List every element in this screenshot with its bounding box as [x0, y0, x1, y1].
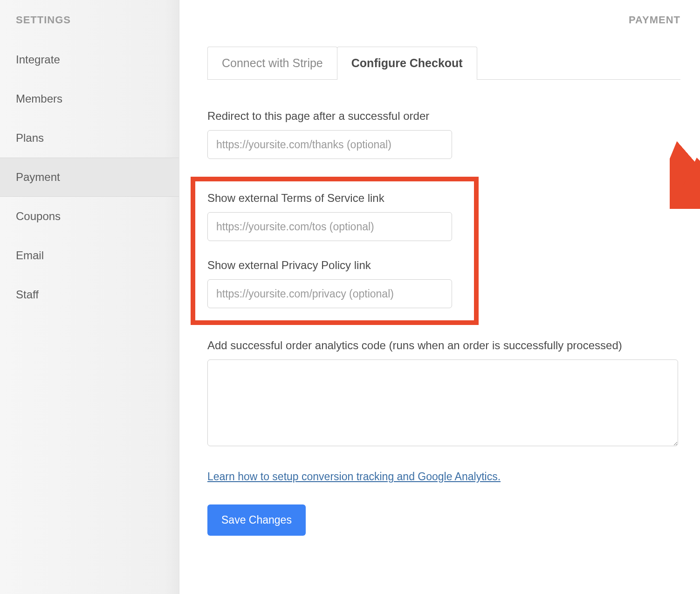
sidebar-item-payment[interactable]: Payment: [0, 158, 179, 197]
page-title: PAYMENT: [179, 14, 680, 47]
sidebar-item-label: Integrate: [16, 53, 60, 66]
sidebar-item-label: Members: [16, 92, 62, 105]
sidebar-item-email[interactable]: Email: [0, 236, 179, 275]
tab-label: Configure Checkout: [351, 56, 463, 69]
svg-line-1: [688, 92, 700, 186]
privacy-input[interactable]: [207, 279, 452, 308]
analytics-group: Add successful order analytics code (run…: [207, 339, 680, 448]
tab-configure-checkout[interactable]: Configure Checkout: [337, 47, 477, 79]
tos-group: Show external Terms of Service link: [207, 192, 462, 241]
conversion-tracking-help-link[interactable]: Learn how to setup conversion tracking a…: [207, 470, 501, 483]
sidebar-item-label: Plans: [16, 131, 44, 144]
tos-label: Show external Terms of Service link: [207, 192, 462, 205]
tab-connect-stripe[interactable]: Connect with Stripe: [207, 47, 337, 79]
tab-label: Connect with Stripe: [222, 56, 323, 69]
sidebar-item-staff[interactable]: Staff: [0, 275, 179, 314]
form-content: Redirect to this page after a successful…: [207, 80, 680, 536]
save-changes-button[interactable]: Save Changes: [207, 504, 306, 536]
sidebar-item-integrate[interactable]: Integrate: [0, 40, 179, 79]
svg-marker-2: [679, 158, 700, 194]
settings-sidebar: SETTINGS Integrate Members Plans Payment…: [0, 0, 179, 594]
sidebar-item-label: Coupons: [16, 210, 61, 222]
tabs-bar: Connect with Stripe Configure Checkout: [207, 47, 680, 80]
main-content: PAYMENT Connect with Stripe Configure Ch…: [179, 0, 700, 594]
redirect-group: Redirect to this page after a successful…: [207, 110, 680, 159]
redirect-input[interactable]: [207, 130, 452, 159]
analytics-label: Add successful order analytics code (run…: [207, 339, 680, 352]
redirect-label: Redirect to this page after a successful…: [207, 110, 680, 123]
sidebar-item-label: Payment: [16, 171, 60, 183]
sidebar-item-coupons[interactable]: Coupons: [0, 197, 179, 236]
tos-input[interactable]: [207, 212, 452, 241]
sidebar-item-label: Staff: [16, 288, 39, 301]
sidebar-item-label: Email: [16, 249, 44, 262]
analytics-textarea[interactable]: [207, 359, 678, 446]
privacy-label: Show external Privacy Policy link: [207, 259, 462, 272]
sidebar-title: SETTINGS: [0, 14, 179, 40]
highlight-annotation-box: Show external Terms of Service link Show…: [191, 177, 479, 325]
sidebar-item-members[interactable]: Members: [0, 79, 179, 118]
sidebar-item-plans[interactable]: Plans: [0, 118, 179, 158]
privacy-group: Show external Privacy Policy link: [207, 259, 462, 308]
